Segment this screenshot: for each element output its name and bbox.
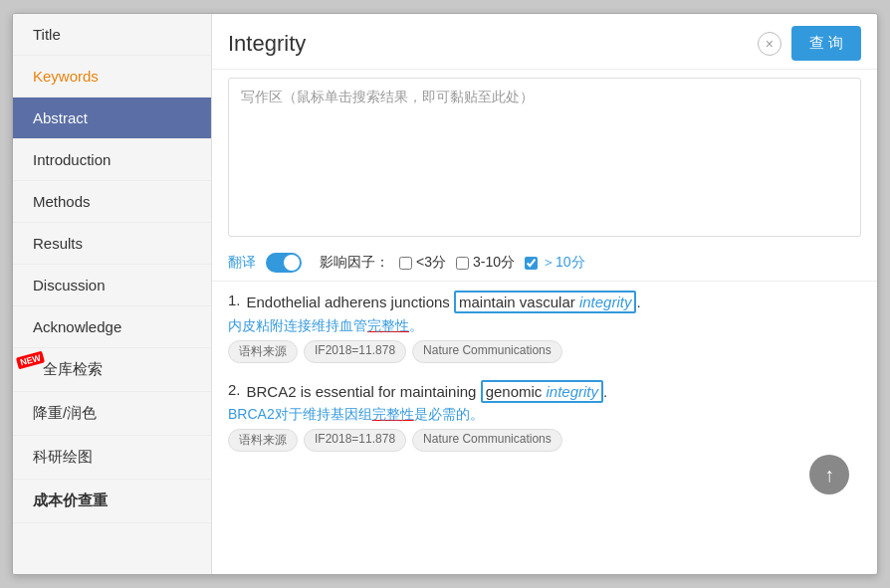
en-italic: integrity	[547, 383, 599, 400]
back-to-top-button[interactable]: ↑	[809, 455, 849, 494]
close-button[interactable]: ×	[758, 32, 781, 56]
search-bar: Integrity × 查 询	[212, 14, 877, 70]
sidebar-item-label: 全库检索	[43, 360, 103, 377]
sidebar-item-discussion[interactable]: Discussion	[13, 265, 211, 306]
zh-after: 是必需的。	[414, 406, 484, 422]
sidebar-item-label: Keywords	[33, 68, 99, 85]
sidebar-item-label: 科研绘图	[33, 448, 93, 465]
result-tags-1: 语料来源IF2018=11.878Nature Communications	[228, 340, 861, 363]
impact-label: 影响因子：	[320, 254, 389, 272]
tag: IF2018=11.878	[304, 340, 406, 363]
sidebar-item-price[interactable]: 成本价查重	[13, 480, 211, 523]
results-area: 1.Endothelial adherens junctions maintai…	[212, 282, 877, 574]
translate-label: 翻译	[228, 254, 256, 272]
result-en-1: 1.Endothelial adherens junctions maintai…	[228, 292, 861, 317]
tag: Nature Communications	[412, 429, 562, 452]
translate-toggle[interactable]	[266, 253, 302, 273]
checkbox-3to10[interactable]	[456, 257, 469, 270]
sidebar-item-keywords[interactable]: Keywords	[13, 56, 211, 98]
result-en-text-2: BRCA2 is essential for maintaining genom…	[247, 381, 608, 404]
sidebar-item-label: Results	[33, 235, 83, 252]
writing-area[interactable]: 写作区（鼠标单击搜索结果，即可黏贴至此处）	[228, 78, 861, 237]
result-zh-2: BRCA2对于维持基因组完整性是必需的。	[228, 406, 861, 424]
zh-underline: 完整性	[367, 317, 409, 333]
sidebar-item-label: 降重/润色	[33, 404, 97, 421]
en-before: Endothelial adherens junctions	[247, 294, 454, 310]
sidebar-item-introduction[interactable]: Introduction	[13, 139, 211, 181]
search-title: Integrity	[228, 31, 748, 57]
result-en-text-1: Endothelial adherens junctions maintain …	[247, 292, 641, 314]
checkbox-gt10[interactable]	[525, 257, 538, 270]
app-window: TitleKeywordsAbstractIntroductionMethods…	[12, 13, 878, 575]
result-number-1: 1.	[228, 292, 241, 308]
result-zh-1: 内皮粘附连接维持血管完整性。	[228, 317, 861, 335]
sidebar-item-fullsearch[interactable]: NEW全库检索	[13, 348, 211, 392]
zh-after: 。	[409, 317, 423, 333]
filter-gt10[interactable]: ＞10分	[525, 254, 585, 272]
result-en-2: 2.BRCA2 is essential for maintaining gen…	[228, 381, 861, 407]
sidebar-item-label: Title	[33, 26, 61, 43]
sidebar-item-label: 成本价查重	[33, 491, 108, 508]
result-item-2: 2.BRCA2 is essential for maintaining gen…	[228, 381, 861, 453]
label-lt3: <3分	[416, 254, 446, 272]
result-tags-2: 语料来源IF2018=11.878Nature Communications	[228, 429, 861, 452]
sidebar-item-results[interactable]: Results	[13, 223, 211, 265]
en-highlighted: genomic integrity	[481, 380, 603, 403]
tag: Nature Communications	[412, 340, 562, 363]
label-gt10: ＞10分	[542, 254, 585, 272]
filter-3to10[interactable]: 3-10分	[456, 254, 515, 272]
en-highlighted: maintain vascular integrity	[454, 291, 636, 313]
sidebar-item-label: Introduction	[33, 151, 111, 168]
label-3to10: 3-10分	[473, 254, 515, 272]
zh-before: BRCA2对于维持基因组	[228, 406, 372, 422]
en-after: .	[603, 383, 607, 400]
zh-before: 内皮粘附连接维持血管	[228, 317, 367, 333]
en-after: .	[636, 294, 640, 310]
zh-underline: 完整性	[372, 406, 414, 422]
close-icon: ×	[766, 36, 774, 52]
sidebar-item-figure[interactable]: 科研绘图	[13, 436, 211, 480]
filter-bar: 翻译 影响因子： <3分 3-10分 ＞10分	[212, 245, 877, 282]
new-badge: NEW	[16, 351, 45, 370]
en-italic: integrity	[579, 294, 632, 310]
result-item-1: 1.Endothelial adherens junctions maintai…	[228, 292, 861, 363]
tag: IF2018=11.878	[304, 429, 406, 452]
sidebar-item-title[interactable]: Title	[13, 14, 211, 56]
checkbox-lt3[interactable]	[399, 257, 412, 270]
en-before: BRCA2 is essential for maintaining	[247, 383, 481, 400]
tag: 语料来源	[228, 340, 298, 363]
writing-placeholder: 写作区（鼠标单击搜索结果，即可黏贴至此处）	[241, 89, 534, 104]
back-to-top-icon: ↑	[824, 464, 834, 487]
search-button[interactable]: 查 询	[791, 26, 861, 61]
sidebar-item-label: Discussion	[33, 277, 106, 294]
sidebar-item-label: Acknowledge	[33, 318, 121, 335]
sidebar-item-methods[interactable]: Methods	[13, 181, 211, 223]
sidebar-item-abstract[interactable]: Abstract	[13, 98, 211, 139]
tag: 语料来源	[228, 429, 298, 452]
sidebar-item-label: Methods	[33, 193, 91, 210]
sidebar-item-label: Abstract	[33, 109, 88, 126]
sidebar-item-downgrade[interactable]: 降重/润色	[13, 392, 211, 436]
main-content: Integrity × 查 询 写作区（鼠标单击搜索结果，即可黏贴至此处） 翻译…	[212, 14, 877, 574]
result-number-2: 2.	[228, 381, 241, 398]
filter-lt3[interactable]: <3分	[399, 254, 446, 272]
sidebar-item-acknowledge[interactable]: Acknowledge	[13, 306, 211, 348]
sidebar: TitleKeywordsAbstractIntroductionMethods…	[13, 14, 212, 574]
